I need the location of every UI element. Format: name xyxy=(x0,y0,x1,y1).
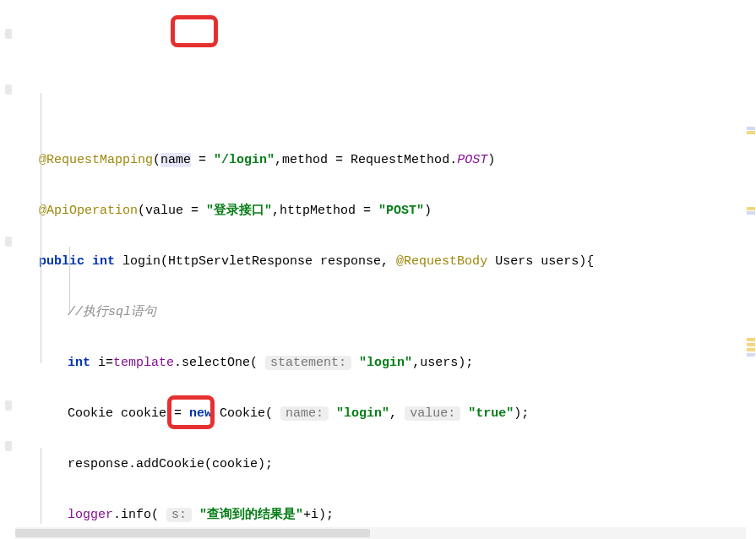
annotation-highlight-box xyxy=(171,15,218,47)
param-hint: s: xyxy=(166,508,192,522)
code-line[interactable]: @RequestMapping(name = "/login",method =… xyxy=(17,148,756,173)
annotation: @ApiOperation xyxy=(39,204,138,218)
indent-guide xyxy=(41,448,41,524)
field-ref: template xyxy=(113,356,174,370)
string-literal: "login" xyxy=(336,406,389,421)
code-editor[interactable]: @RequestMapping(name = "/login",method =… xyxy=(0,0,756,539)
string-literal: "/login" xyxy=(214,153,275,167)
horizontal-scrollbar[interactable] xyxy=(15,527,746,539)
code-line[interactable]: logger.info( s: "查询到的结果是"+i); xyxy=(17,503,756,528)
code-line[interactable]: @ApiOperation(value = "登录接口",httpMethod … xyxy=(17,199,756,224)
code-line[interactable]: response.addCookie(cookie); xyxy=(17,452,756,477)
comment: //执行sql语句 xyxy=(68,305,156,319)
code-line[interactable]: Cookie cookie = new Cookie( name: "login… xyxy=(17,401,756,427)
static-ref: POST xyxy=(457,153,487,167)
annotation-highlight-box xyxy=(167,395,215,429)
string-literal: "查询到的结果是" xyxy=(199,508,303,522)
string-literal: "true" xyxy=(468,406,514,421)
keyword: public xyxy=(39,254,84,269)
param-hint: value: xyxy=(405,406,460,421)
keyword: int xyxy=(68,356,90,370)
code-line[interactable]: public int login(HttpServletResponse res… xyxy=(17,249,756,275)
param-hint: statement: xyxy=(265,356,351,370)
code-line[interactable]: int i=template.selectOne( statement: "lo… xyxy=(17,351,756,376)
field-ref: logger xyxy=(68,508,113,522)
indent-guide xyxy=(41,93,41,363)
string-literal: "POST" xyxy=(378,204,424,218)
highlighted-param-name: name xyxy=(160,153,191,167)
string-literal: "登录接口" xyxy=(206,204,272,218)
annotation: @RequestMapping xyxy=(39,153,153,167)
scrollbar-thumb[interactable] xyxy=(15,529,370,537)
keyword: int xyxy=(92,254,115,269)
code-line[interactable]: //执行sql语句 xyxy=(17,300,756,325)
param-hint: name: xyxy=(280,406,329,421)
annotation: @RequestBody xyxy=(396,254,487,269)
string-literal: "login" xyxy=(359,356,412,370)
indent-guide xyxy=(69,247,70,313)
